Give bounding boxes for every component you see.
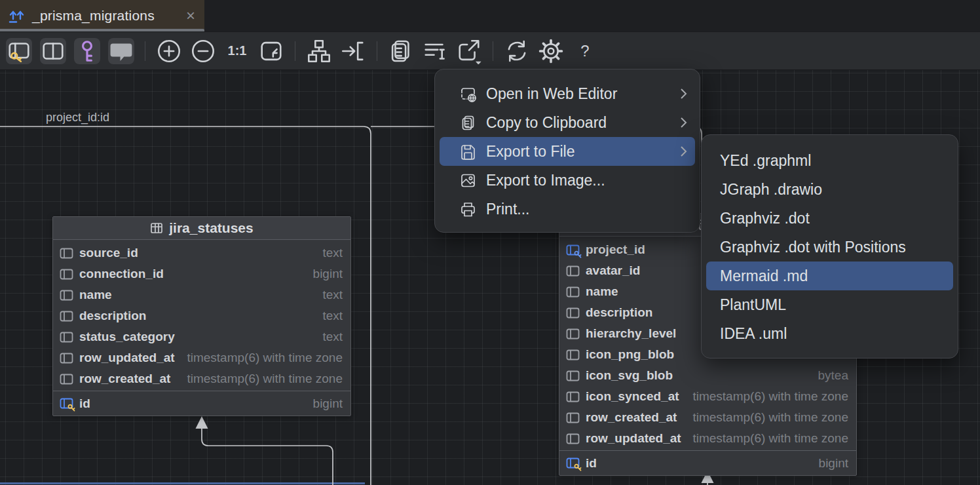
entity-table-jira-statuses[interactable]: jira_statuses source_id text	[52, 216, 351, 416]
column-icon	[566, 412, 580, 424]
jump-to-source-button[interactable]	[340, 38, 366, 64]
table-row[interactable]: connection_id bigint	[53, 263, 350, 284]
table-row[interactable]: id bigint	[53, 391, 350, 416]
context-menu: Open in Web Editor Copy to Clipboard Exp…	[434, 69, 700, 233]
table-row[interactable]: icon_svg_blob bytea	[559, 365, 856, 386]
help-label: ?	[580, 42, 589, 60]
web-editor-icon	[459, 85, 477, 103]
editor-tab-bar: _prisma_migrations ×	[0, 0, 980, 31]
column-icon	[60, 331, 73, 343]
table-row[interactable]: id bigint	[559, 450, 856, 475]
table-rows: source_id text connection_id bigint	[53, 240, 350, 416]
table-row[interactable]: row_updated_at timestamp(6) with time zo…	[559, 428, 856, 449]
refresh-button[interactable]	[504, 38, 530, 64]
text-size-button[interactable]	[422, 38, 448, 64]
zoom-in-icon	[156, 38, 182, 64]
show-key-columns-icon	[6, 38, 32, 64]
submenu-item-label: PlantUML	[720, 296, 786, 314]
fit-content-icon	[258, 38, 284, 64]
column-icon	[566, 391, 580, 403]
actual-size-button[interactable]: 1:1	[224, 38, 250, 64]
comment-icon	[108, 38, 134, 64]
table-row[interactable]: row_created_at timestamp(6) with time zo…	[559, 407, 856, 428]
printer-icon	[459, 201, 477, 218]
submenu-item-mermaid-md[interactable]: Mermaid .md	[706, 262, 953, 290]
table-row[interactable]: name text	[53, 284, 350, 305]
settings-button[interactable]	[538, 38, 564, 64]
menu-item-print[interactable]: Print...	[440, 195, 695, 223]
primary-key-icon	[566, 457, 580, 469]
tab-title: _prisma_migrations	[32, 8, 155, 24]
submenu-item-label: YEd .graphml	[720, 152, 811, 170]
table-row[interactable]: source_id text	[53, 242, 350, 263]
export-to-file-submenu: YEd .graphml JGraph .drawio Graphviz .do…	[701, 134, 958, 359]
menu-item-label: Open in Web Editor	[486, 85, 617, 103]
menu-item-copy-to-clipboard[interactable]: Copy to Clipboard	[440, 108, 695, 137]
column-icon	[566, 328, 580, 340]
close-icon[interactable]: ×	[186, 8, 195, 24]
table-row[interactable]: icon_synced_at timestamp(6) with time zo…	[559, 386, 856, 407]
foreign-key-icon	[566, 244, 580, 256]
help-button[interactable]: ?	[572, 38, 598, 64]
submenu-item-jgraph-drawio[interactable]: JGraph .drawio	[706, 175, 953, 204]
menu-item-open-in-web-editor[interactable]: Open in Web Editor	[440, 79, 695, 108]
toolbar-separator	[295, 41, 295, 61]
chevron-right-icon	[679, 146, 687, 157]
column-icon	[60, 247, 73, 260]
menu-item-label: Print...	[486, 201, 529, 218]
diagram-toolbar: 1:1	[0, 31, 980, 70]
submenu-item-idea-uml[interactable]: IDEA .uml	[706, 319, 953, 348]
column-icon	[60, 268, 73, 281]
tab-prisma-migrations[interactable]: _prisma_migrations ×	[0, 0, 204, 31]
submenu-item-graphviz-dot-positions[interactable]: Graphviz .dot with Positions	[706, 233, 953, 262]
copy-icon	[459, 114, 477, 132]
fit-content-button[interactable]	[258, 38, 284, 64]
image-icon	[459, 172, 477, 189]
submenu-item-label: Mermaid .md	[720, 267, 808, 285]
table-row[interactable]: status_category text	[53, 326, 350, 347]
copy-diagram-icon	[388, 38, 414, 64]
toolbar-separator	[493, 41, 493, 61]
show-columns-button[interactable]	[40, 38, 66, 64]
menu-item-export-to-image[interactable]: Export to Image...	[440, 166, 695, 195]
column-icon	[566, 370, 580, 382]
toolbar-separator	[377, 41, 377, 61]
table-row[interactable]: description text	[53, 305, 350, 326]
column-icon	[60, 310, 73, 322]
copy-diagram-button[interactable]	[388, 38, 414, 64]
relationship-label[interactable]: project_id:id	[46, 111, 109, 125]
column-icon	[566, 349, 580, 361]
submenu-item-label: JGraph .drawio	[720, 181, 822, 199]
table-row[interactable]: row_created_at timestamp(6) with time zo…	[53, 368, 350, 389]
table-header[interactable]: jira_statuses	[53, 217, 350, 240]
apply-layout-button[interactable]	[306, 38, 332, 64]
show-comments-button[interactable]	[108, 38, 134, 64]
show-keys-button[interactable]	[74, 38, 100, 64]
table-title: jira_statuses	[169, 220, 253, 236]
zoom-in-button[interactable]	[156, 38, 182, 64]
zoom-out-icon	[190, 38, 216, 64]
column-icon	[60, 352, 73, 364]
table-row[interactable]: row_updated_at timestamp(6) with time zo…	[53, 347, 350, 368]
menu-item-label: Export to Image...	[486, 172, 605, 189]
export-button[interactable]	[456, 38, 482, 64]
show-columns-icon	[40, 38, 66, 64]
chevron-right-icon	[679, 88, 687, 100]
menu-item-export-to-file[interactable]: Export to File	[440, 137, 695, 166]
column-icon	[566, 265, 580, 277]
jump-to-source-icon	[340, 38, 366, 64]
column-icon	[60, 373, 73, 385]
submenu-item-yed-graphml[interactable]: YEd .graphml	[706, 146, 953, 175]
submenu-item-label: IDEA .uml	[720, 325, 787, 343]
menu-item-label: Export to File	[486, 143, 575, 161]
submenu-item-graphviz-dot[interactable]: Graphviz .dot	[706, 204, 953, 233]
refresh-icon	[504, 38, 530, 64]
chevron-right-icon	[679, 117, 687, 128]
submenu-item-plantuml[interactable]: PlantUML	[706, 290, 953, 319]
zoom-out-button[interactable]	[190, 38, 216, 64]
menu-item-label: Copy to Clipboard	[486, 114, 607, 132]
column-icon	[60, 289, 73, 301]
show-key-columns-button[interactable]	[6, 38, 32, 64]
migration-icon	[8, 7, 26, 25]
gear-icon	[538, 38, 564, 64]
